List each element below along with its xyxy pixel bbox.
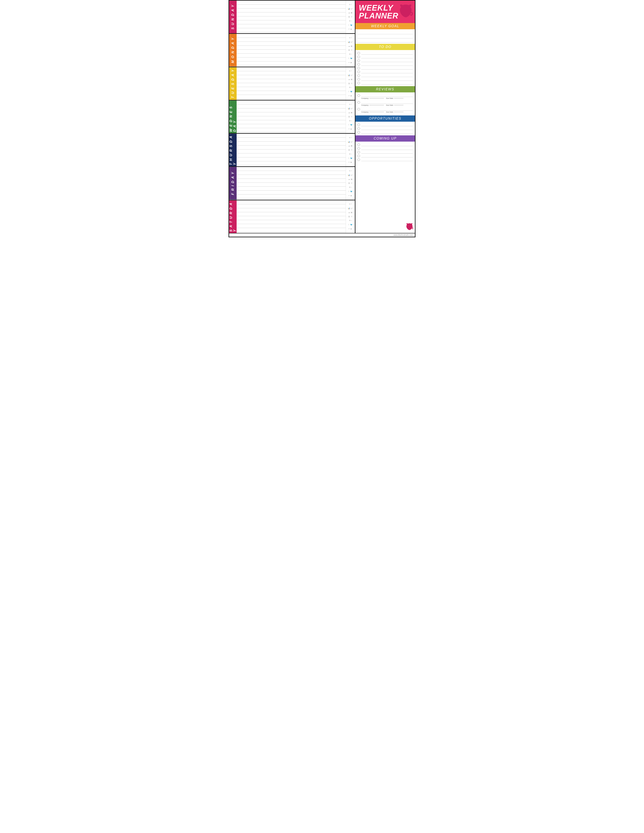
todo-checkbox[interactable] — [357, 71, 360, 73]
day-line[interactable] — [237, 25, 346, 28]
day-line[interactable] — [237, 6, 346, 8]
todo-checkbox[interactable] — [357, 74, 360, 77]
day-line[interactable] — [237, 92, 346, 95]
day-line[interactable] — [237, 213, 346, 216]
goal-line[interactable] — [357, 39, 413, 43]
todo-item[interactable] — [357, 74, 413, 77]
cu-input-line[interactable] — [361, 147, 413, 150]
opportunity-item[interactable] — [357, 127, 413, 130]
day-line[interactable] — [237, 43, 346, 46]
day-line[interactable] — [237, 101, 346, 105]
coming-up-item[interactable] — [357, 147, 413, 150]
todo-input-line[interactable] — [361, 67, 413, 69]
todo-input-line[interactable] — [361, 55, 413, 58]
goal-line[interactable] — [357, 31, 413, 34]
todo-input-line[interactable] — [361, 71, 413, 73]
todo-item[interactable] — [357, 55, 413, 58]
review-title-line[interactable] — [361, 101, 413, 104]
cu-checkbox[interactable] — [357, 143, 360, 146]
todo-input-line[interactable] — [361, 59, 413, 62]
todo-checkbox[interactable] — [357, 67, 360, 69]
todo-item[interactable] — [357, 82, 413, 85]
day-line[interactable] — [237, 125, 346, 128]
day-line[interactable] — [237, 29, 346, 32]
weekly-goal-lines[interactable] — [356, 29, 415, 44]
day-line[interactable] — [237, 205, 346, 208]
coming-up-item[interactable] — [357, 154, 413, 158]
todo-checkbox[interactable] — [357, 82, 360, 84]
day-line[interactable] — [237, 196, 346, 198]
cu-checkbox[interactable] — [357, 147, 360, 150]
coming-up-item[interactable] — [357, 151, 413, 154]
day-line[interactable] — [237, 129, 346, 132]
cu-input-line[interactable] — [361, 154, 413, 158]
day-line[interactable] — [237, 113, 346, 116]
day-line[interactable] — [237, 209, 346, 212]
day-line[interactable] — [237, 135, 346, 138]
day-line[interactable] — [237, 172, 346, 175]
cu-input-line[interactable] — [361, 151, 413, 154]
todo-input-line[interactable] — [361, 52, 413, 55]
todo-checkbox[interactable] — [357, 78, 360, 80]
day-line[interactable] — [237, 176, 346, 179]
due-date-input-line[interactable] — [394, 112, 403, 112]
day-line[interactable] — [237, 201, 346, 204]
day-line[interactable] — [237, 80, 346, 83]
day-line[interactable] — [237, 47, 346, 50]
day-line[interactable] — [237, 151, 346, 153]
review-checkbox[interactable] — [357, 101, 360, 104]
todo-item[interactable] — [357, 71, 413, 73]
day-line[interactable] — [237, 143, 346, 146]
todo-input-line[interactable] — [361, 63, 413, 66]
day-line[interactable] — [237, 217, 346, 220]
cu-input-line[interactable] — [361, 143, 413, 146]
day-line[interactable] — [237, 63, 346, 65]
todo-checkbox[interactable] — [357, 63, 360, 66]
day-line[interactable] — [237, 139, 346, 142]
opportunity-item[interactable] — [357, 131, 413, 134]
day-line[interactable] — [237, 10, 346, 13]
day-line[interactable] — [237, 51, 346, 53]
todo-checkbox[interactable] — [357, 52, 360, 55]
day-line[interactable] — [237, 191, 346, 195]
friday-lines[interactable] — [237, 167, 346, 199]
review-item-2[interactable]: Company: Due Date: — [357, 101, 413, 106]
day-line[interactable] — [237, 221, 346, 224]
day-line[interactable] — [237, 168, 346, 171]
review-checkbox[interactable] — [357, 108, 360, 111]
day-line[interactable] — [237, 180, 346, 183]
day-line[interactable] — [237, 154, 346, 158]
review-item-1[interactable]: Company: Due Date: — [357, 94, 413, 99]
day-line[interactable] — [237, 2, 346, 5]
day-line[interactable] — [237, 39, 346, 42]
due-date-input-line[interactable] — [394, 98, 403, 98]
review-title-line[interactable] — [361, 108, 413, 111]
day-line[interactable] — [237, 72, 346, 75]
day-line[interactable] — [237, 162, 346, 165]
cu-checkbox[interactable] — [357, 155, 360, 157]
opp-checkbox[interactable] — [357, 127, 360, 130]
tuesday-lines[interactable] — [237, 67, 346, 100]
day-line[interactable] — [237, 121, 346, 124]
wednesday-lines[interactable] — [237, 100, 346, 133]
day-line[interactable] — [237, 229, 346, 232]
goal-line[interactable] — [357, 35, 413, 39]
company-input-line[interactable] — [369, 98, 384, 98]
coming-up-item[interactable] — [357, 143, 413, 146]
cu-checkbox[interactable] — [357, 158, 360, 161]
todo-item[interactable] — [357, 59, 413, 62]
review-title-line[interactable] — [361, 94, 413, 97]
opportunity-item[interactable] — [357, 123, 413, 126]
opp-input-line[interactable] — [361, 127, 413, 130]
day-line[interactable] — [237, 109, 346, 113]
opp-input-line[interactable] — [361, 123, 413, 126]
cu-checkbox[interactable] — [357, 151, 360, 153]
cu-input-line[interactable] — [361, 158, 413, 161]
day-line[interactable] — [237, 225, 346, 228]
day-line[interactable] — [237, 106, 346, 108]
day-line[interactable] — [237, 146, 346, 150]
day-line[interactable] — [237, 96, 346, 99]
day-line[interactable] — [237, 117, 346, 120]
day-line[interactable] — [237, 59, 346, 61]
coming-up-item[interactable] — [357, 158, 413, 161]
